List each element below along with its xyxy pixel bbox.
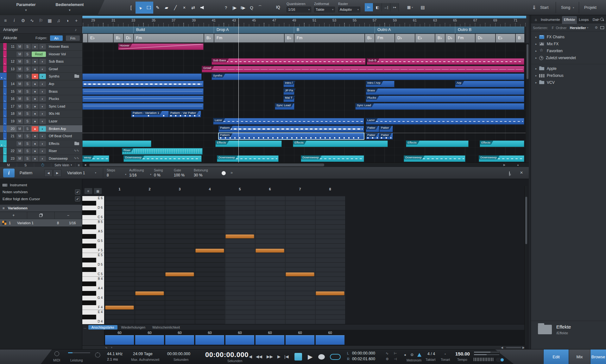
read-automation-button[interactable]: Read (32, 52, 46, 57)
note-grid-icon[interactable]: ♫ (54, 15, 63, 26)
Riser[interactable]: ▲ ∿ 22 M S ● ◐ Read Riser ∿∿ (0, 147, 82, 155)
global-mute-button[interactable]: M (0, 163, 17, 167)
clip[interactable]: Effects (215, 140, 282, 147)
quantisieren-select[interactable]: 1/16▾ (287, 7, 311, 12)
clip[interactable]: Arp (455, 81, 524, 87)
piano-key[interactable]: G 4 (82, 296, 104, 300)
monitor-button[interactable]: ◐ (39, 141, 46, 146)
chord-event[interactable]: D♭ (475, 34, 495, 42)
scrollbar-thumb[interactable] (89, 163, 324, 166)
sort-flat-button[interactable]: F (552, 26, 554, 30)
arranger-track-header[interactable]: Arranger ♪ (0, 27, 82, 34)
mute-button[interactable]: M (16, 74, 23, 79)
mute-button[interactable]: M (16, 52, 23, 57)
step-grid-bars-1-4[interactable] (104, 196, 225, 324)
tree-item[interactable]: ▸ Zuletzt verwendet (531, 54, 606, 61)
clip[interactable] (82, 73, 202, 80)
record-arm-button[interactable]: ● (32, 44, 38, 49)
clip[interactable]: JP Pa (283, 88, 294, 95)
browse-view-button[interactable]: Browse (590, 349, 606, 364)
pin-editor-button[interactable] (509, 171, 510, 176)
piano-key[interactable]: E 5 (82, 253, 104, 258)
prev-variation-button[interactable]: ◀ (44, 169, 53, 177)
piano-key[interactable] (82, 315, 104, 319)
start-page-button[interactable]: Start (540, 0, 548, 15)
clip[interactable]: Riser (122, 148, 203, 155)
mute-button[interactable]: M (16, 119, 23, 124)
expand-chevron-icon[interactable]: ▸ (535, 49, 539, 52)
tab-anschlagstaerke[interactable]: Anschlagstärke (88, 325, 117, 330)
velocity-bar[interactable] (256, 335, 284, 345)
chord-event[interactable]: B (515, 34, 524, 42)
arranger-vertical-scrollbar[interactable] (526, 43, 529, 163)
quantize-button[interactable]: Q (247, 2, 256, 14)
mute-button[interactable]: M (16, 59, 23, 64)
instrument-row[interactable]: Instrument (0, 182, 82, 188)
mute-button[interactable]: M (16, 126, 23, 132)
monitor-button[interactable]: ◐ (39, 126, 46, 132)
piano-key[interactable] (82, 281, 104, 286)
bend-tool[interactable]: ⇄ (189, 2, 198, 14)
monitor-button[interactable]: ◐ (39, 89, 46, 94)
chord-event[interactable]: D♭ (123, 34, 133, 42)
current-chord-button[interactable]: Fm (66, 35, 80, 41)
monitor-button[interactable]: ◐ (39, 148, 46, 154)
solo-button[interactable]: S (24, 81, 31, 87)
expand-chevron-icon[interactable]: ▸ (535, 56, 539, 59)
secondary-time-value[interactable]: 00:00:00.000 (167, 352, 190, 356)
help-button[interactable]: ? (222, 2, 230, 14)
tempo-value[interactable]: 150.00 (455, 351, 470, 356)
monitor-button[interactable]: ◐ (39, 111, 46, 116)
solo-button[interactable]: S (24, 141, 31, 146)
Effects[interactable]: ▲ ∿ M S ● ◐ Read Effects ∿∿ (0, 140, 82, 148)
drum-grid-button[interactable]: ▦ (94, 188, 102, 194)
remove-variation-button[interactable]: − (55, 212, 82, 219)
clip[interactable]: Patter (379, 126, 393, 132)
record-arm-button[interactable]: ● (32, 148, 38, 154)
import-button[interactable]: ⇓ (529, 3, 539, 12)
track-list-menu-icon[interactable]: ≡ (1, 15, 9, 26)
option-row[interactable]: Editor folgt dem Cursor ✓ (0, 195, 82, 202)
Synths[interactable]: ▲ ∿ M S ● ◐ Read Synths ∿∿ (0, 73, 82, 80)
chord-event[interactable] (82, 34, 87, 42)
arranger-section[interactable]: Drop A (214, 27, 294, 34)
piano-key[interactable]: F 5 (82, 248, 104, 253)
record-arm-button[interactable]: ● (32, 133, 38, 139)
tree-item[interactable]: ▸ Mix FX (531, 40, 606, 47)
clip[interactable]: Lazer (213, 118, 364, 125)
expand-chevron-icon[interactable]: ▸ (535, 67, 539, 70)
record-arm-button[interactable]: ● (32, 59, 38, 64)
Lazer[interactable]: ▲ ∿ 19 M S ● ◐ Read Lazer ∿∿ (0, 118, 82, 125)
mute-button[interactable]: M (16, 44, 23, 49)
grid-icon[interactable]: ▦ (46, 15, 54, 26)
piano-key[interactable]: D 6 (82, 206, 104, 210)
global-solo-button[interactable]: S (17, 163, 34, 167)
solo-button[interactable]: S (24, 133, 31, 139)
folder-collapse-icon[interactable]: ▲ (0, 73, 3, 80)
punch-in-icon[interactable]: ⊢ (394, 351, 397, 355)
solo-button[interactable]: S (24, 74, 31, 79)
clip[interactable]: Patter (379, 133, 393, 139)
sort-ordner-button[interactable]: Ordner (556, 26, 566, 30)
more-lanes-tab[interactable]: ... (82, 325, 88, 330)
Sync Lead[interactable]: ▲ ∿ 17 M S ● ◐ Read Sync Lead ∿∿ (0, 103, 82, 110)
clip[interactable]: Lazer (366, 118, 524, 125)
chord-event[interactable]: E♭ (495, 34, 515, 42)
tab-loops[interactable]: Loops (577, 16, 590, 23)
clip[interactable]: Patter (366, 133, 379, 139)
note-list-button[interactable]: ≡ (84, 188, 92, 194)
chord-event[interactable]: Fm (455, 34, 475, 42)
clip[interactable]: Pattern - Variation 1 (131, 111, 169, 117)
clip[interactable]: Sub B (367, 58, 524, 65)
piano-key[interactable] (82, 210, 104, 215)
arranger-section[interactable]: Outro B (455, 27, 524, 34)
monitor-toggle[interactable] (496, 358, 504, 362)
folder-collapse-icon[interactable]: ▲ (0, 140, 3, 147)
Growl[interactable]: ▲ ∿ 13 M S ● ◐ Read Growl ∿∿ (0, 65, 82, 73)
expand-chevron-icon[interactable]: ▸ (535, 81, 539, 84)
clip[interactable]: Downsweep (479, 155, 524, 162)
solo-button[interactable]: S (24, 44, 31, 49)
loop-start-value[interactable]: 00:00:00.000 (352, 351, 375, 355)
clip[interactable]: Pattern (218, 133, 364, 139)
chord-event[interactable]: B♭ (364, 34, 375, 42)
